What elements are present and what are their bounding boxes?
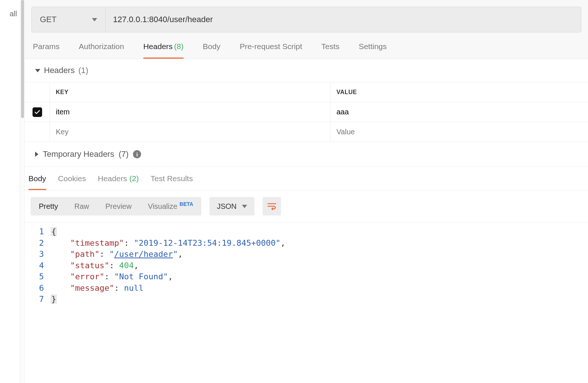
tab-body[interactable]: Body [203,42,220,59]
temp-headers-toggle[interactable]: Temporary Headers (7) i [25,142,588,167]
tab-settings[interactable]: Settings [359,42,387,59]
resp-tab-cookies[interactable]: Cookies [58,174,86,190]
temp-headers-count: (7) [119,149,129,159]
response-tabs: Body Cookies Headers(2) Test Results [25,167,588,190]
request-bar: GET [31,7,581,32]
sidebar-peek: all [0,0,20,383]
headers-title: Headers [44,66,75,75]
response-toolbar: Pretty Raw Preview VisualizeBETA JSON [25,190,588,222]
row-checkbox[interactable] [33,107,42,117]
format-label: JSON [217,202,236,211]
view-pretty[interactable]: Pretty [31,197,66,215]
headers-table: KEY VALUE [25,82,588,142]
tab-tests[interactable]: Tests [321,42,339,59]
headers-section-toggle[interactable]: Headers (1) [25,59,588,82]
resp-tab-body[interactable]: Body [28,174,46,190]
header-value-input-empty[interactable] [336,128,582,136]
resp-tab-headers[interactable]: Headers(2) [98,174,139,190]
view-raw[interactable]: Raw [66,197,97,215]
table-row-empty [25,122,588,142]
chevron-down-icon [35,69,40,72]
wrap-icon [267,201,277,211]
tab-headers[interactable]: Headers(8) [143,42,184,59]
tab-prerequest[interactable]: Pre-request Script [240,42,302,59]
sidebar-scrollbar[interactable] [20,0,25,383]
sidebar-peek-text: all [10,10,17,18]
tab-params[interactable]: Params [33,42,59,59]
http-method-label: GET [40,15,57,24]
resp-tab-test-results[interactable]: Test Results [151,174,193,190]
info-icon[interactable]: i [133,150,141,158]
col-key: KEY [50,82,331,102]
scrollbar-thumb[interactable] [21,0,24,118]
table-row [25,102,588,122]
header-key-input[interactable] [56,108,324,116]
view-visualize[interactable]: VisualizeBETA [140,197,201,215]
format-select[interactable]: JSON [209,197,254,215]
view-mode-segment: Pretty Raw Preview VisualizeBETA [31,197,201,215]
http-method-select[interactable]: GET [32,7,106,32]
temp-headers-title: Temporary Headers [43,149,114,159]
chevron-down-icon [242,205,247,208]
check-icon [34,109,41,115]
request-tabs: Params Authorization Headers(8) Body Pre… [25,32,588,59]
headers-count: (1) [78,66,88,75]
view-preview[interactable]: Preview [97,197,140,215]
tab-authorization[interactable]: Authorization [79,42,124,59]
header-key-input-empty[interactable] [56,128,324,136]
line-gutter: 1 2 3 4 5 6 7 [25,222,51,305]
url-input[interactable] [106,7,581,32]
wrap-lines-button[interactable] [263,197,281,215]
code-lines: { "timestamp": "2019-12-14T23:54:19.845+… [51,222,286,305]
col-value: VALUE [331,82,588,102]
header-value-input[interactable] [336,108,582,116]
chevron-right-icon [35,152,38,157]
headers-table-head: KEY VALUE [25,82,588,102]
chevron-down-icon [92,18,97,21]
response-body-code[interactable]: 1 2 3 4 5 6 7 { "timestamp": "2019-12-14… [25,222,588,305]
